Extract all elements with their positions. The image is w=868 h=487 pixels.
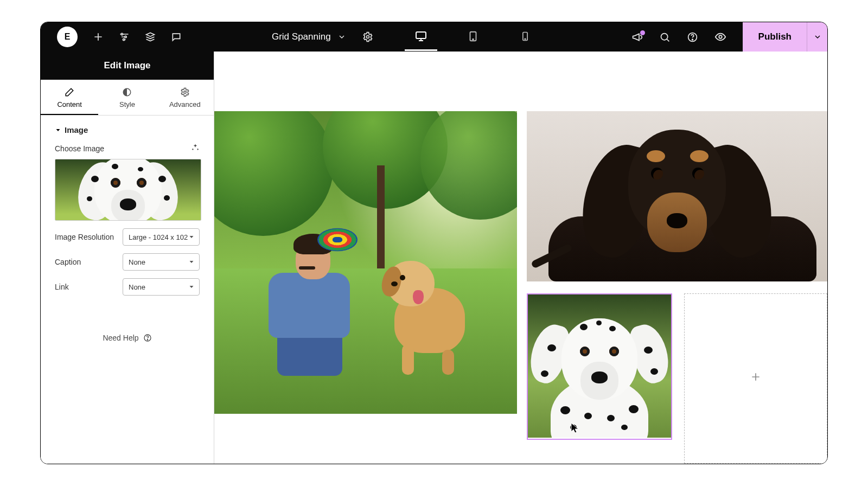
gear-icon xyxy=(180,87,190,97)
pencil-icon xyxy=(65,87,74,97)
thumbnail-art xyxy=(55,159,201,220)
svg-point-16 xyxy=(147,339,148,340)
device-mobile[interactable] xyxy=(509,23,541,51)
top-bar: E Grid Spanning xyxy=(41,22,827,52)
editor-panel: Edit Image Content Style Advanced xyxy=(41,52,214,464)
tab-advanced[interactable]: Advanced xyxy=(156,80,214,115)
caption-row: Caption None xyxy=(55,253,200,271)
svg-point-12 xyxy=(719,35,722,39)
image-widget-dachshund[interactable] xyxy=(527,111,827,281)
image-widget-dalmatian-selected[interactable] xyxy=(527,293,672,440)
editor-canvas[interactable] xyxy=(214,52,827,464)
svg-point-8 xyxy=(525,39,526,40)
add-element-icon[interactable] xyxy=(93,31,104,42)
chevron-down-icon xyxy=(188,234,195,240)
caption-value: None xyxy=(129,258,145,266)
svg-point-0 xyxy=(121,33,123,35)
panel-body: Image Choose Image xyxy=(41,116,214,352)
link-label: Link xyxy=(55,283,69,291)
publish-options-dropdown[interactable] xyxy=(807,22,827,52)
panel-title-text: Edit Image xyxy=(104,60,151,71)
chevron-down-icon xyxy=(188,284,195,290)
notes-icon[interactable] xyxy=(171,31,182,42)
svg-point-3 xyxy=(366,36,369,39)
notification-dot xyxy=(640,30,645,35)
document-name[interactable]: Grid Spanning xyxy=(272,31,331,42)
device-desktop[interactable] xyxy=(405,23,437,51)
need-help-link[interactable]: Need Help xyxy=(55,334,200,342)
svg-point-11 xyxy=(692,39,693,40)
tab-content-label: Content xyxy=(57,100,82,108)
link-select[interactable]: None xyxy=(123,278,200,296)
question-circle-icon xyxy=(143,334,152,342)
help-icon[interactable] xyxy=(687,31,698,43)
svg-point-1 xyxy=(125,36,126,37)
tab-content[interactable]: Content xyxy=(41,80,98,115)
structure-icon[interactable] xyxy=(145,31,156,42)
grid-column-2 xyxy=(527,111,827,464)
svg-point-9 xyxy=(661,33,667,40)
section-image-title: Image xyxy=(65,125,88,134)
device-tablet[interactable] xyxy=(457,23,489,51)
panel-title: Edit Image xyxy=(41,52,214,80)
logo-letter: E xyxy=(65,32,71,42)
responsive-devices xyxy=(405,23,541,51)
image-resolution-value: Large - 1024 x 102 xyxy=(129,233,188,241)
link-value: None xyxy=(129,283,145,291)
svg-point-2 xyxy=(123,39,125,40)
grid-row-2 xyxy=(527,293,827,464)
ai-regenerate-icon[interactable] xyxy=(191,143,200,153)
caret-down-icon xyxy=(55,127,61,133)
grid-column-1 xyxy=(214,111,517,464)
link-row: Link None xyxy=(55,278,200,296)
svg-rect-4 xyxy=(416,32,426,39)
need-help-label: Need Help xyxy=(103,334,138,342)
chevron-down-icon xyxy=(188,259,195,265)
section-image-toggle[interactable]: Image xyxy=(55,125,200,134)
resolution-row: Image Resolution Large - 1024 x 102 xyxy=(55,228,200,246)
svg-point-6 xyxy=(473,39,474,40)
plus-icon xyxy=(750,371,761,386)
image-resolution-select[interactable]: Large - 1024 x 102 xyxy=(123,228,200,246)
grid-container xyxy=(214,111,827,464)
caption-select[interactable]: None xyxy=(123,253,200,271)
whats-new-megaphone-icon[interactable] xyxy=(631,31,643,43)
image-widget-man-with-dog[interactable] xyxy=(214,111,517,414)
tab-style-label: Style xyxy=(119,100,135,108)
choose-image-row: Choose Image xyxy=(55,143,200,153)
preview-eye-icon[interactable] xyxy=(714,31,726,43)
half-circle-icon xyxy=(122,87,132,97)
site-settings-icon[interactable] xyxy=(119,31,130,42)
finder-search-icon[interactable] xyxy=(659,31,671,43)
topbar-left: E xyxy=(41,27,182,47)
caption-label: Caption xyxy=(55,258,81,266)
publish-group: Publish xyxy=(743,22,827,52)
topbar-center: Grid Spanning xyxy=(182,23,631,51)
page-settings-cog-icon[interactable] xyxy=(362,31,373,42)
dachshund-art xyxy=(527,111,827,281)
publish-label: Publish xyxy=(758,31,792,42)
document-dropdown-icon[interactable] xyxy=(337,33,346,41)
app-body: Edit Image Content Style Advanced xyxy=(41,52,827,464)
dalmatian-art xyxy=(528,294,671,438)
image-thumbnail[interactable] xyxy=(55,159,201,221)
park-art xyxy=(214,111,517,414)
tab-style[interactable]: Style xyxy=(98,80,156,115)
publish-button[interactable]: Publish xyxy=(743,22,807,52)
panel-tabs: Content Style Advanced xyxy=(41,80,214,116)
svg-point-14 xyxy=(184,91,187,94)
tab-advanced-label: Advanced xyxy=(169,100,201,108)
app-frame: E Grid Spanning xyxy=(40,22,828,464)
topbar-right: Publish xyxy=(631,22,827,52)
image-resolution-label: Image Resolution xyxy=(55,233,114,241)
elementor-logo[interactable]: E xyxy=(57,27,78,47)
empty-grid-cell-add[interactable] xyxy=(684,293,827,464)
choose-image-label: Choose Image xyxy=(55,144,104,153)
